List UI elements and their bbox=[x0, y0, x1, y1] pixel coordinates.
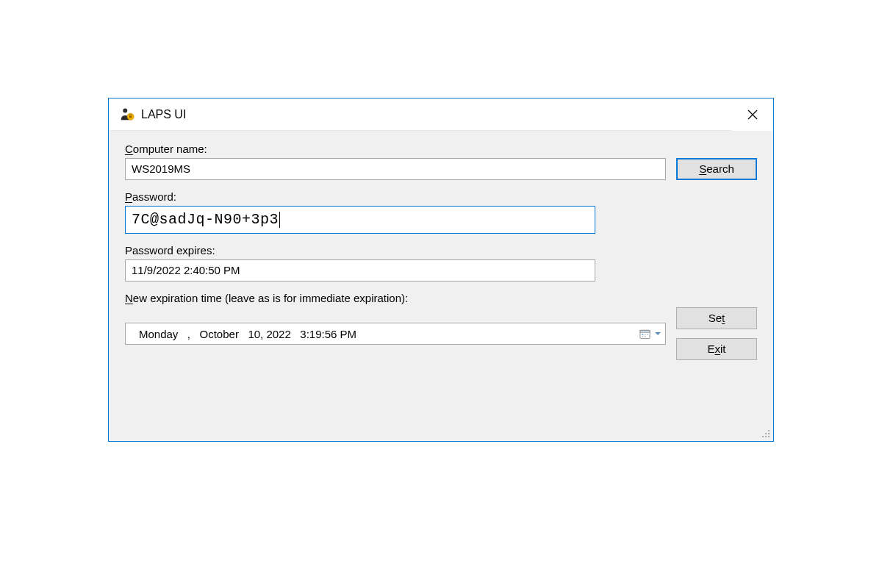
exit-button[interactable]: Exit bbox=[676, 338, 757, 360]
svg-point-16 bbox=[765, 433, 767, 434]
close-button[interactable] bbox=[732, 98, 773, 131]
svg-point-12 bbox=[768, 436, 770, 437]
datetime-value: Monday , October 10, 2022 3:19:56 PM bbox=[139, 328, 636, 340]
svg-rect-2 bbox=[129, 115, 132, 118]
new-expiration-label: New expiration time (leave as is for imm… bbox=[125, 292, 757, 304]
laps-ui-window: LAPS UI Computer name: WS2019MS Search P… bbox=[108, 98, 774, 442]
svg-rect-8 bbox=[644, 334, 645, 335]
svg-rect-11 bbox=[644, 335, 645, 337]
computer-name-label: Computer name: bbox=[125, 143, 757, 155]
titlebar[interactable]: LAPS UI bbox=[109, 98, 773, 131]
app-icon bbox=[118, 105, 137, 124]
set-button[interactable]: Set bbox=[676, 307, 757, 329]
new-expiration-datetimepicker[interactable]: Monday , October 10, 2022 3:19:56 PM bbox=[125, 323, 666, 345]
window-title: LAPS UI bbox=[141, 108, 186, 121]
calendar-icon bbox=[639, 328, 650, 340]
svg-point-14 bbox=[768, 433, 770, 434]
search-button[interactable]: Search bbox=[676, 158, 757, 180]
svg-point-13 bbox=[765, 436, 767, 437]
chevron-down-icon bbox=[655, 331, 661, 337]
password-expires-label: Password expires: bbox=[125, 244, 757, 257]
password-output[interactable]: 7C@sadJq-N90+3p3 bbox=[125, 206, 595, 234]
computer-name-input[interactable]: WS2019MS bbox=[125, 158, 666, 180]
password-label: Password: bbox=[125, 190, 757, 203]
status-bar bbox=[109, 425, 773, 441]
svg-point-17 bbox=[768, 430, 770, 431]
svg-point-0 bbox=[123, 108, 127, 112]
svg-rect-7 bbox=[642, 334, 643, 335]
svg-point-15 bbox=[762, 436, 764, 437]
password-expires-output: 11/9/2022 2:40:50 PM bbox=[125, 259, 595, 282]
resize-grip-icon[interactable] bbox=[759, 426, 770, 438]
svg-rect-9 bbox=[646, 334, 648, 335]
svg-rect-10 bbox=[642, 335, 643, 337]
text-caret bbox=[279, 212, 280, 228]
close-icon bbox=[747, 110, 758, 120]
svg-rect-6 bbox=[639, 330, 649, 332]
client-area: Computer name: WS2019MS Search Password:… bbox=[109, 131, 773, 425]
